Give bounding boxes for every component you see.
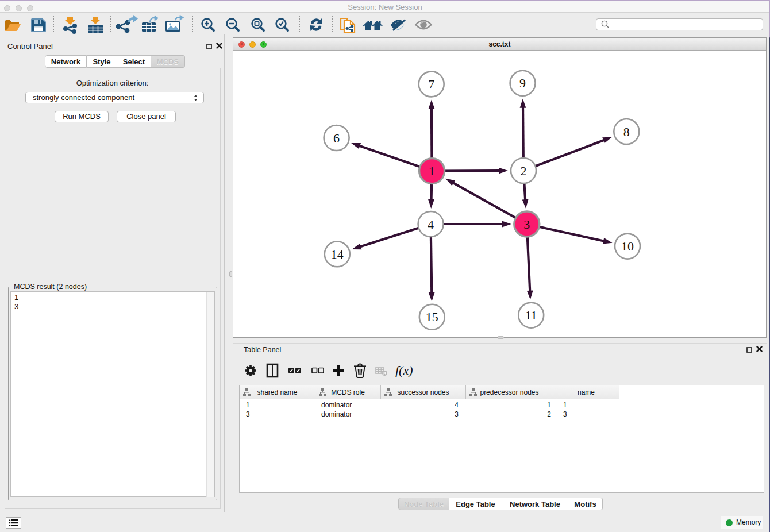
svg-text:15: 15: [426, 310, 438, 324]
svg-text:3: 3: [523, 217, 530, 232]
svg-text:11: 11: [525, 308, 537, 322]
svg-text:f(x): f(x): [395, 363, 413, 377]
svg-text:2: 2: [521, 164, 527, 178]
svg-text:4: 4: [428, 217, 434, 232]
svg-text:9: 9: [519, 76, 526, 90]
svg-text:1: 1: [429, 164, 435, 178]
svg-text:14: 14: [331, 247, 344, 261]
svg-text:10: 10: [621, 239, 634, 253]
svg-text:7: 7: [428, 77, 434, 91]
svg-text:6: 6: [333, 131, 340, 145]
svg-text:8: 8: [623, 125, 630, 139]
